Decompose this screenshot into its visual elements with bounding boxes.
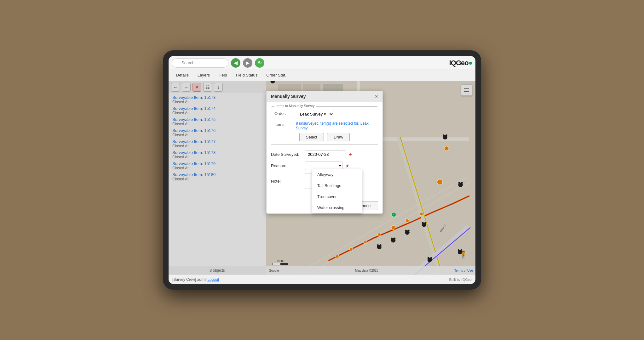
reason-required: ★ <box>345 163 349 168</box>
modal-title: Manually Survey <box>271 94 306 99</box>
date-required: ★ <box>348 152 353 157</box>
dropdown-item-water-crossing[interactable]: Water crossing <box>312 202 362 213</box>
logout-link[interactable]: Logout <box>207 277 219 282</box>
top-bar: 🔍 ◀ ▶ ↻ IQGeo● <box>169 56 475 70</box>
select-button[interactable]: Select <box>299 133 324 141</box>
dropdown-item-tall-buildings[interactable]: Tall Buildings <box>312 180 362 191</box>
back-button[interactable]: ◀ <box>231 58 240 68</box>
tab-help[interactable]: Help <box>214 71 232 80</box>
iqgeo-logo: IQGeo● <box>449 59 472 67</box>
tab-layers[interactable]: Layers <box>193 71 214 80</box>
items-text: 8 unsurveyed item(s) are selected for: L… <box>296 121 369 130</box>
date-label: Date Surveyed: <box>271 152 302 157</box>
content-area: ← → ✕ ☷ ⇓ Surveyable Item: 15173 Closed … <box>169 81 475 275</box>
dropdown-item-alleyway[interactable]: Alleyway <box>312 169 362 180</box>
search-input[interactable] <box>172 58 228 68</box>
order-value: Leak Survey ▾ <box>296 110 375 118</box>
modal-close-button[interactable]: × <box>375 94 378 99</box>
tab-order-status[interactable]: Order Stat... <box>262 71 293 80</box>
order-row: Order: Leak Survey ▾ <box>274 110 375 118</box>
status-bar: [Survey Crew] admin Logout Built by IQGe… <box>169 275 475 284</box>
logo-area: IQGeo● <box>449 59 472 67</box>
order-select[interactable]: Leak Survey ▾ <box>296 110 334 118</box>
refresh-button[interactable]: ↻ <box>255 58 264 68</box>
built-by: Built by IQGeo <box>449 278 472 281</box>
forward-button[interactable]: ▶ <box>243 58 252 68</box>
status-text: [Survey Crew] admin <box>172 277 207 282</box>
reason-label: Reason: <box>271 163 302 168</box>
note-label: Note: <box>271 179 302 184</box>
dropdown-item-tree-cover[interactable]: Tree cover <box>312 191 362 202</box>
reason-dropdown: Alleyway Tall Buildings Tree cover Water… <box>312 169 362 213</box>
tab-details[interactable]: Details <box>172 71 193 80</box>
date-surveyed-row: Date Surveyed: ★ <box>271 150 378 158</box>
items-section: Items to Manually Survey Order: Leak Sur… <box>271 106 378 145</box>
tablet-screen: 🔍 ◀ ▶ ↻ IQGeo● Details Layers Help Field… <box>169 56 475 284</box>
items-row: Items: 8 unsurveyed item(s) are selected… <box>274 121 375 130</box>
date-input[interactable] <box>305 150 346 158</box>
search-wrapper: 🔍 <box>172 58 228 68</box>
items-field-value: 8 unsurveyed item(s) are selected for: L… <box>296 121 375 130</box>
draw-button[interactable]: Draw <box>327 133 350 141</box>
logo-dot: ● <box>469 59 472 67</box>
tab-bar: Details Layers Help Field Status Order S… <box>169 70 475 81</box>
tablet-frame: 🔍 ◀ ▶ ↻ IQGeo● Details Layers Help Field… <box>163 50 481 290</box>
items-section-buttons: Select Draw <box>274 133 375 141</box>
order-label: Order: <box>274 110 293 116</box>
modal-header: Manually Survey × <box>267 91 382 102</box>
items-label: Items: <box>274 121 293 127</box>
tab-field-status[interactable]: Field Status <box>232 71 262 80</box>
items-section-label: Items to Manually Survey <box>274 104 316 108</box>
